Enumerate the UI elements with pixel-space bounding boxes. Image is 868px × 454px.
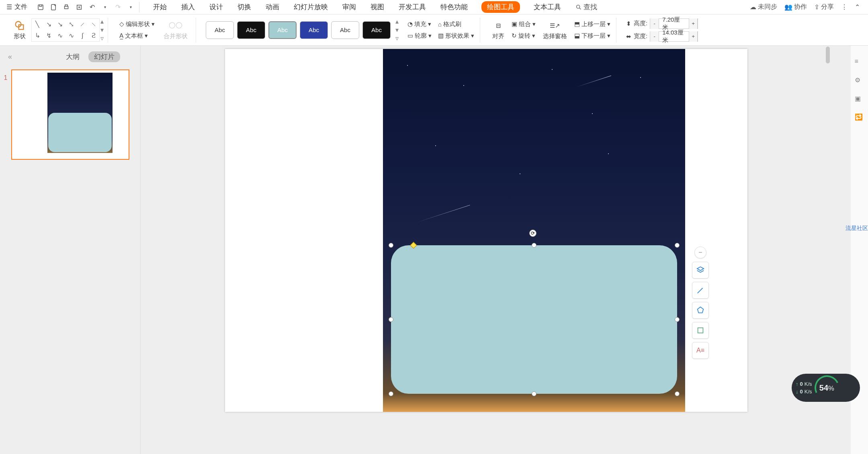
height-input[interactable]: - 7.20厘米 + <box>650 18 698 29</box>
community-label[interactable]: 流星社区 <box>845 225 868 232</box>
tab-drawingtools[interactable]: 绘图工具 <box>481 1 520 13</box>
style-swatch-3[interactable]: Abc <box>268 21 297 39</box>
fill-button[interactable]: ◔填充▾ <box>406 20 433 29</box>
print-preview-icon[interactable] <box>50 4 57 11</box>
redo-icon[interactable]: ↷ <box>114 4 121 11</box>
save-icon[interactable] <box>37 4 44 11</box>
export-icon[interactable] <box>76 4 83 11</box>
resize-handle-nw[interactable] <box>389 243 393 248</box>
width-input[interactable]: - 14.03厘米 + <box>650 31 698 42</box>
collapse-panel-icon[interactable]: « <box>8 53 12 61</box>
line-icon[interactable]: ∿ <box>55 31 65 41</box>
transfer-icon[interactable]: 🔁 <box>855 113 864 123</box>
style-swatch-5[interactable]: Abc <box>331 21 359 39</box>
resize-handle-sw[interactable] <box>389 391 393 396</box>
tab-design[interactable]: 设计 <box>209 1 224 13</box>
more-icon[interactable]: ▿ <box>100 35 104 42</box>
rail-hamburger-icon[interactable]: ≡ <box>855 58 864 67</box>
tab-view[interactable]: 视图 <box>370 1 385 13</box>
textbox-button[interactable]: A̲文本框▾ <box>118 31 156 41</box>
style-swatch-6[interactable]: Abc <box>362 21 391 39</box>
width-increment[interactable]: + <box>689 31 698 42</box>
tab-transition[interactable]: 切换 <box>237 1 252 13</box>
tab-slideshow[interactable]: 幻灯片放映 <box>293 1 329 13</box>
tab-devtools[interactable]: 开发工具 <box>398 1 427 13</box>
line-gallery[interactable]: ╲↘↘⤡⟋⟍ ↳↯∿∿ʃƧ <box>31 18 100 42</box>
line-icon[interactable]: Ƨ <box>89 31 98 41</box>
group-button[interactable]: ▣组合▾ <box>510 20 537 29</box>
rotate-button[interactable]: ↻旋转▾ <box>510 31 537 41</box>
resize-handle-e[interactable] <box>675 317 680 322</box>
edit-shape-button[interactable]: ◇编辑形状▾ <box>118 20 156 29</box>
outline-button[interactable]: ▭轮廓▾ <box>406 31 433 41</box>
bring-forward-button[interactable]: ⬒上移一层▾ <box>573 20 612 29</box>
chevron-down-icon[interactable]: ▾ <box>100 26 104 34</box>
shape-button[interactable]: 形状 <box>11 19 28 41</box>
rounded-rectangle-shape[interactable] <box>391 245 677 394</box>
resize-handle-ne[interactable] <box>675 243 680 248</box>
scrollbar-thumb[interactable] <box>826 47 830 63</box>
line-icon[interactable]: ↘ <box>55 20 65 29</box>
style-swatch-2[interactable]: Abc <box>237 21 265 39</box>
settings-icon[interactable]: ⚙ <box>855 76 864 86</box>
collapse-toolbar-icon[interactable]: − <box>694 246 706 259</box>
search-button[interactable]: 查找 <box>575 1 598 13</box>
chevron-up-icon[interactable]: ▴ <box>395 18 399 25</box>
line-icon[interactable]: ʃ <box>78 31 87 41</box>
line-icon[interactable]: ↯ <box>44 31 53 41</box>
tab-insert[interactable]: 插入 <box>180 1 196 13</box>
width-value[interactable]: 14.03厘米 <box>659 29 689 44</box>
qat-dropdown-icon[interactable]: ▾ <box>127 4 134 11</box>
tab-features[interactable]: 特色功能 <box>440 1 469 13</box>
eyedropper-icon[interactable] <box>692 282 709 299</box>
chevron-up-icon[interactable]: ▴ <box>100 18 104 25</box>
selection-pane-button[interactable]: ☰↗选择窗格 <box>540 19 569 41</box>
sync-status[interactable]: ☁未同步 <box>750 3 777 11</box>
height-decrement[interactable]: - <box>650 18 659 29</box>
line-icon[interactable]: ↘ <box>44 20 53 29</box>
width-decrement[interactable]: - <box>650 31 659 42</box>
more-icon[interactable]: ▿ <box>395 35 399 42</box>
line-icon[interactable]: ╲ <box>33 20 42 29</box>
tab-outline[interactable]: 大纲 <box>66 52 80 61</box>
chevron-down-icon[interactable]: ▾ <box>395 26 399 34</box>
text-format-icon[interactable]: A≡ <box>692 342 709 359</box>
resize-handle-se[interactable] <box>675 391 680 396</box>
thumbnail-icon[interactable]: ▣ <box>855 95 864 104</box>
resize-handle-s[interactable] <box>532 391 536 396</box>
share-button[interactable]: ⇪分享 <box>814 3 834 11</box>
more-icon[interactable]: ⋮ <box>841 3 848 11</box>
resize-handle-n[interactable] <box>532 243 536 248</box>
collapse-ribbon-icon[interactable]: ⌃ <box>855 3 860 11</box>
style-swatch-1[interactable]: Abc <box>206 21 234 39</box>
height-increment[interactable]: + <box>689 18 698 29</box>
select-similar-icon[interactable] <box>692 322 709 339</box>
network-widget[interactable]: ↑0K/s ↓0K/s 54% <box>792 374 860 402</box>
print-icon[interactable] <box>63 4 70 11</box>
format-painter-button[interactable]: ⌂格式刷 <box>436 20 476 29</box>
tab-texttools[interactable]: 文本工具 <box>533 1 562 13</box>
gallery-scroll[interactable]: ▴▾▿ <box>100 18 104 42</box>
line-icon[interactable]: ⟋ <box>78 20 87 29</box>
shape-effects-button[interactable]: ▧形状效果▾ <box>436 31 476 41</box>
style-gallery-scroll[interactable]: ▴▾▿ <box>395 18 399 42</box>
line-icon[interactable]: ↳ <box>33 31 42 41</box>
file-menu[interactable]: ☰ 文件 <box>3 3 31 11</box>
align-button[interactable]: ⊟对齐 <box>490 19 507 41</box>
tab-review[interactable]: 审阅 <box>342 1 357 13</box>
collab-button[interactable]: 👥协作 <box>784 3 807 11</box>
tab-start[interactable]: 开始 <box>152 1 168 13</box>
resize-handle-w[interactable] <box>389 317 393 322</box>
line-icon[interactable]: ∿ <box>66 31 76 41</box>
shape-change-icon[interactable] <box>692 302 709 319</box>
tab-slides[interactable]: 幻灯片 <box>88 51 120 62</box>
line-icon[interactable]: ⟍ <box>89 20 98 29</box>
layers-icon[interactable] <box>692 262 709 279</box>
undo-dropdown-icon[interactable]: ▾ <box>101 4 108 11</box>
undo-icon[interactable]: ↶ <box>88 4 96 11</box>
send-backward-button[interactable]: ⬓下移一层▾ <box>573 31 612 41</box>
slide[interactable]: ⟳ <box>225 49 747 412</box>
slide-thumbnail-1[interactable]: 1 <box>11 69 129 160</box>
style-swatch-4[interactable]: Abc <box>300 21 328 39</box>
line-icon[interactable]: ⤡ <box>66 20 76 29</box>
